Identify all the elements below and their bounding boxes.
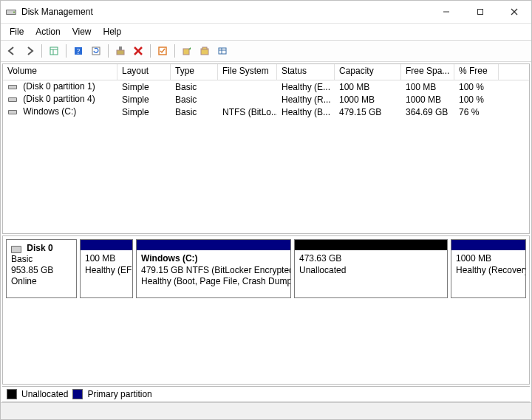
action-button-c[interactable]: [214, 43, 231, 59]
partition-unallocated[interactable]: 473.63 GB Unallocated: [294, 239, 448, 298]
help-button[interactable]: ?: [70, 43, 86, 59]
volume-fs: NTFS (BitLo...: [218, 107, 277, 117]
window-title: Disk Management: [21, 7, 93, 17]
legend: Unallocated Primary partition: [2, 386, 530, 402]
legend-swatch-primary: [72, 389, 83, 399]
maximize-button[interactable]: [463, 1, 497, 23]
partition-status: Healthy (Boot, Page File, Crash Dump, P: [141, 276, 286, 288]
volume-pct: 100 %: [454, 94, 499, 105]
menubar: File Action View Help: [1, 24, 531, 40]
volume-layout: Simple: [117, 82, 171, 92]
partition-status: Healthy (EFI: [85, 265, 128, 277]
partition-windows-c[interactable]: Windows (C:) 479.15 GB NTFS (BitLocker E…: [136, 239, 291, 298]
svg-rect-13: [119, 47, 122, 50]
svg-rect-20: [202, 47, 207, 49]
delete-button[interactable]: [130, 43, 146, 59]
disk-size: 953.85 GB: [11, 265, 72, 276]
volume-free: 364.69 GB: [401, 107, 454, 117]
disk-management-icon: [5, 6, 17, 18]
col-capacity[interactable]: Capacity: [335, 64, 401, 80]
col-volume[interactable]: Volume: [3, 64, 117, 80]
volume-layout: Simple: [117, 94, 171, 105]
volume-type: Basic: [171, 107, 218, 117]
partition-status: Healthy (Recovery P: [456, 265, 521, 277]
titlebar: Disk Management: [1, 1, 531, 24]
disk-info[interactable]: Disk 0 Basic 953.85 GB Online: [6, 239, 77, 298]
volume-row[interactable]: Windows (C:) Simple Basic NTFS (BitLo...…: [3, 106, 529, 118]
show-hide-console-tree-button[interactable]: [46, 43, 62, 59]
volume-name: Windows (C:): [23, 106, 76, 117]
toolbar-separator: [41, 44, 42, 58]
legend-swatch-unallocated: [7, 389, 17, 399]
volume-row[interactable]: (Disk 0 partition 4) Simple Basic Health…: [3, 93, 529, 106]
disk-graphical-view: Disk 0 Basic 953.85 GB Online 100 MB Hea…: [2, 235, 530, 385]
minimize-button[interactable]: [429, 1, 463, 23]
volume-row[interactable]: (Disk 0 partition 1) Simple Basic Health…: [3, 80, 529, 93]
partition-status: Unallocated: [299, 265, 443, 277]
drive-icon: [7, 107, 18, 117]
volume-type: Basic: [171, 82, 218, 92]
menu-help[interactable]: Help: [98, 25, 128, 38]
toolbar-separator: [66, 44, 66, 58]
menu-action[interactable]: Action: [30, 25, 66, 38]
partition-efi[interactable]: 100 MB Healthy (EFI: [80, 239, 133, 298]
action-button-b[interactable]: [197, 43, 213, 59]
volume-status: Healthy (R...: [277, 94, 335, 105]
menu-view[interactable]: View: [66, 25, 98, 38]
legend-label-unallocated: Unallocated: [21, 389, 68, 399]
volume-capacity: 100 MB: [335, 82, 401, 92]
volume-name: (Disk 0 partition 1): [23, 81, 95, 92]
properties-button[interactable]: [154, 43, 171, 59]
col-filesystem[interactable]: File System: [218, 64, 277, 80]
partition-recovery[interactable]: 1000 MB Healthy (Recovery P: [451, 239, 526, 298]
col-pctfree[interactable]: % Free: [454, 64, 499, 80]
svg-point-2: [13, 12, 15, 13]
volume-type: Basic: [171, 94, 218, 105]
volume-free: 100 MB: [401, 82, 454, 92]
volume-list[interactable]: Volume Layout Type File System Status Ca…: [2, 63, 530, 234]
refresh-button[interactable]: [88, 43, 104, 59]
forward-button[interactable]: [21, 43, 38, 59]
close-button[interactable]: [497, 1, 531, 23]
col-layout[interactable]: Layout: [117, 64, 171, 80]
volume-layout: Simple: [117, 107, 171, 117]
col-status[interactable]: Status: [277, 64, 335, 80]
col-type[interactable]: Type: [171, 64, 218, 80]
svg-text:?: ?: [77, 47, 81, 55]
toolbar-separator: [150, 44, 151, 58]
col-free[interactable]: Free Spa...: [401, 64, 454, 80]
partition-title: Windows (C:): [141, 253, 198, 264]
svg-rect-21: [219, 48, 226, 54]
toolbar-separator: [174, 44, 175, 58]
settings-button[interactable]: [112, 43, 129, 59]
volume-status: Healthy (E...: [277, 82, 335, 92]
drive-icon: [7, 94, 18, 105]
volume-pct: 100 %: [454, 82, 499, 92]
partition-header-primary: [137, 240, 290, 250]
toolbar: ?: [1, 40, 531, 62]
volume-status: Healthy (B...: [277, 107, 335, 117]
partition-size: 479.15 GB NTFS (BitLocker Encrypted): [141, 265, 286, 277]
disk-label: Disk 0: [27, 243, 52, 253]
menu-file[interactable]: File: [4, 25, 30, 38]
svg-rect-27: [9, 98, 16, 101]
legend-label-primary: Primary partition: [87, 389, 151, 399]
partition-size: 473.63 GB: [299, 253, 443, 265]
disk-type: Basic: [11, 254, 72, 265]
partition-size: 100 MB: [85, 253, 128, 265]
svg-rect-4: [478, 10, 483, 15]
volume-list-header: Volume Layout Type File System Status Ca…: [3, 64, 529, 80]
svg-rect-25: [9, 86, 16, 89]
partition-header-unallocated: [295, 240, 447, 250]
toolbar-separator: [108, 44, 109, 58]
svg-rect-7: [50, 47, 58, 55]
svg-rect-18: [183, 49, 189, 55]
partition-size: 1000 MB: [456, 253, 521, 265]
back-button[interactable]: [4, 43, 20, 59]
disk-row: Disk 0 Basic 953.85 GB Online 100 MB Hea…: [3, 236, 529, 301]
volume-pct: 76 %: [454, 107, 499, 117]
svg-rect-29: [9, 111, 16, 114]
action-button-a[interactable]: [179, 43, 195, 59]
drive-icon: [7, 82, 18, 92]
partition-header-primary: [81, 240, 132, 250]
